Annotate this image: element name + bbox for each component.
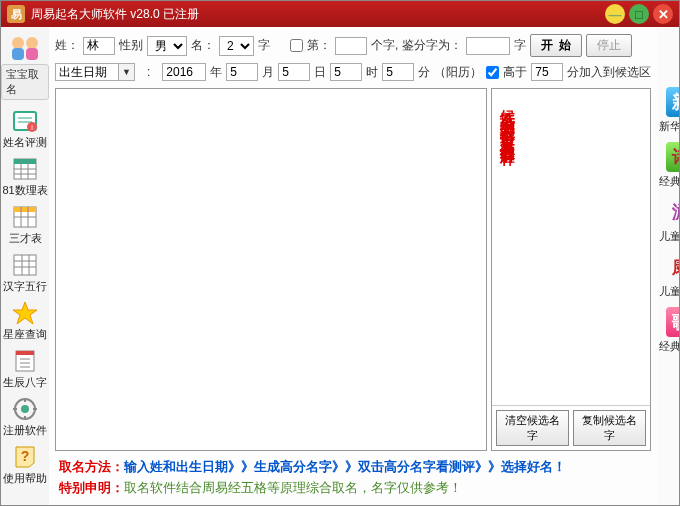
tool-icon: ? xyxy=(11,444,39,470)
form-row-1: 姓： 性别 男 名： 2 字 第： 个字, 鉴分字为： 字 开始 停止 xyxy=(53,31,653,60)
close-button[interactable]: ✕ xyxy=(653,4,673,24)
gender-select[interactable]: 男 xyxy=(147,36,187,56)
left-tool-5[interactable]: 生辰八字 xyxy=(1,345,49,393)
svg-rect-16 xyxy=(14,207,36,212)
svg-rect-10 xyxy=(14,159,36,164)
year-suffix: 年 xyxy=(210,64,222,81)
right-tool-icon: 新 xyxy=(666,87,680,117)
tool-icon xyxy=(11,300,39,326)
di-suffix: 个字, 鉴分字为： xyxy=(371,37,462,54)
left-tool-6[interactable]: 注册软件 xyxy=(1,393,49,441)
minimize-button[interactable]: — xyxy=(605,4,625,24)
svg-rect-1 xyxy=(12,48,24,60)
tool-label: 81数理表 xyxy=(2,183,47,198)
candidate-panel: 候选名字列表双击可查看详细解释： 清空候选名字 复制候选名字 xyxy=(491,88,651,451)
left-tool-2[interactable]: 三才表 xyxy=(1,201,49,249)
right-tool-icon: 游 xyxy=(666,197,680,227)
titlebar: 易 周易起名大师软件 v28.0 已注册 — □ ✕ xyxy=(1,1,679,27)
month-suffix: 月 xyxy=(262,64,274,81)
maximize-button[interactable]: □ xyxy=(629,4,649,24)
right-tool-icon: 诗 xyxy=(666,142,680,172)
tool-icon xyxy=(11,156,39,182)
di-label: 第： xyxy=(307,37,331,54)
right-tool-icon: 歌 xyxy=(666,307,680,337)
start-button[interactable]: 开始 xyxy=(530,34,582,57)
di-index-input[interactable] xyxy=(335,37,367,55)
right-sidebar: 新新华字典诗经典诗词游儿童游戏康儿童健康歌经典儿歌 xyxy=(657,27,680,506)
hour-suffix: 时 xyxy=(366,64,378,81)
form-row-2: ▼ : 年 月 日 时 分 （阳历） 高于 分加入到候选区 xyxy=(53,60,653,84)
right-tool-3[interactable]: 康儿童健康 xyxy=(657,252,680,299)
avatar-icon xyxy=(1,31,49,63)
svg-rect-36 xyxy=(33,408,37,410)
left-tool-4[interactable]: 星座查询 xyxy=(1,297,49,345)
left-sidebar: 宝宝取名 i姓名评测81数理表三才表汉字五行星座查询生辰八字注册软件?使用帮助 xyxy=(1,27,49,506)
left-tool-7[interactable]: ?使用帮助 xyxy=(1,441,49,489)
method-value: 输入姓和出生日期》》生成高分名字》》双击高分名字看测评》》选择好名！ xyxy=(124,459,566,474)
right-tool-2[interactable]: 游儿童游戏 xyxy=(657,197,680,244)
tool-label: 生辰八字 xyxy=(3,375,47,390)
score-checkbox[interactable] xyxy=(486,66,499,79)
surname-input[interactable] xyxy=(83,37,115,55)
right-tool-label: 新华字典 xyxy=(659,119,680,134)
declare-value: 取名软件结合周易经五格等原理综合取名，名字仅供参考！ xyxy=(124,480,462,495)
name-suffix: 字 xyxy=(258,37,270,54)
right-tool-label: 经典诗词 xyxy=(659,174,680,189)
score-suffix: 分加入到候选区 xyxy=(567,64,651,81)
name-count-select[interactable]: 2 xyxy=(219,36,254,56)
svg-point-2 xyxy=(26,37,38,49)
svg-rect-3 xyxy=(26,48,38,60)
svg-text:?: ? xyxy=(21,448,30,464)
left-tool-1[interactable]: 81数理表 xyxy=(1,153,49,201)
name-count-label: 名： xyxy=(191,37,215,54)
year-input[interactable] xyxy=(162,63,206,81)
tool-label: 星座查询 xyxy=(3,327,47,342)
di-char-input[interactable] xyxy=(466,37,510,55)
clear-candidates-button[interactable]: 清空候选名字 xyxy=(496,410,569,446)
right-tool-icon: 康 xyxy=(666,252,680,282)
tool-label: 汉字五行 xyxy=(3,279,47,294)
surname-label: 姓： xyxy=(55,37,79,54)
left-tool-3[interactable]: 汉字五行 xyxy=(1,249,49,297)
svg-rect-20 xyxy=(14,255,36,275)
right-tool-label: 儿童健康 xyxy=(659,284,680,299)
stop-button[interactable]: 停止 xyxy=(586,34,632,57)
gender-label: 性别 xyxy=(119,37,143,54)
right-tool-1[interactable]: 诗经典诗词 xyxy=(657,142,680,189)
birthdate-label-input[interactable] xyxy=(55,63,119,81)
minute-input[interactable] xyxy=(382,63,414,81)
score-input[interactable] xyxy=(531,63,563,81)
tool-icon xyxy=(11,252,39,278)
tab-baby-naming[interactable]: 宝宝取名 xyxy=(1,64,49,100)
month-input[interactable] xyxy=(226,63,258,81)
method-key: 取名方法： xyxy=(59,459,124,474)
datepicker-dropdown-icon[interactable]: ▼ xyxy=(119,63,135,81)
calendar-label: （阳历） xyxy=(434,64,482,81)
svg-point-32 xyxy=(21,405,29,413)
result-panel[interactable] xyxy=(55,88,487,451)
svg-marker-25 xyxy=(13,302,37,324)
left-tool-0[interactable]: i姓名评测 xyxy=(1,105,49,153)
app-logo-icon: 易 xyxy=(7,5,25,23)
tool-icon: i xyxy=(11,108,39,134)
di-checkbox[interactable] xyxy=(290,39,303,52)
svg-rect-34 xyxy=(24,416,26,420)
day-input[interactable] xyxy=(278,63,310,81)
tool-label: 姓名评测 xyxy=(3,135,47,150)
footer: 取名方法：输入姓和出生日期》》生成高分名字》》双击高分名字看测评》》选择好名！ … xyxy=(53,453,653,505)
right-tool-label: 经典儿歌 xyxy=(659,339,680,354)
svg-rect-35 xyxy=(13,408,17,410)
svg-rect-27 xyxy=(16,351,34,355)
minute-suffix: 分 xyxy=(418,64,430,81)
right-tool-0[interactable]: 新新华字典 xyxy=(657,87,680,134)
tool-icon xyxy=(11,204,39,230)
tool-label: 使用帮助 xyxy=(3,471,47,486)
hour-input[interactable] xyxy=(330,63,362,81)
day-suffix: 日 xyxy=(314,64,326,81)
window-title: 周易起名大师软件 v28.0 已注册 xyxy=(31,6,605,23)
tool-icon xyxy=(11,348,39,374)
copy-candidates-button[interactable]: 复制候选名字 xyxy=(573,410,646,446)
right-tool-4[interactable]: 歌经典儿歌 xyxy=(657,307,680,354)
score-label: 高于 xyxy=(503,64,527,81)
tool-icon xyxy=(11,396,39,422)
